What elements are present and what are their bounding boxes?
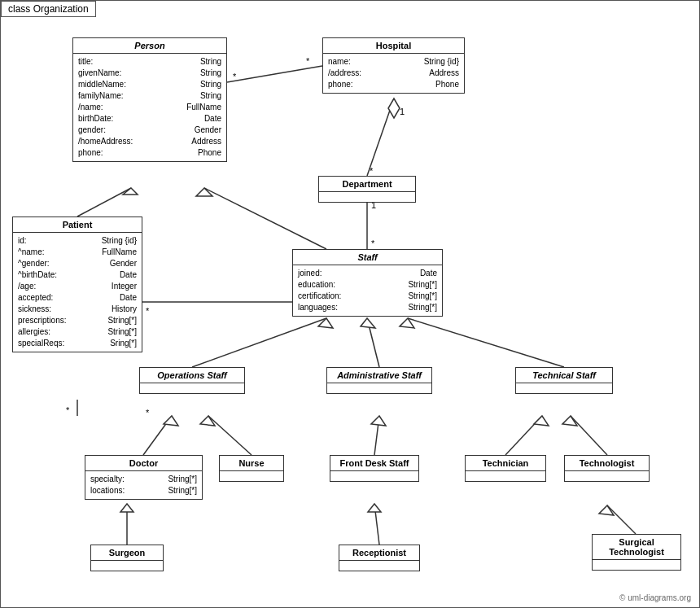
class-technical_staff: Technical Staff	[515, 367, 613, 394]
svg-line-17	[192, 318, 326, 367]
attr-type: Date	[120, 269, 137, 281]
class-patient: Patientid:String {id}^name:FullName^gend…	[12, 217, 142, 352]
class-technologist: Technologist	[564, 455, 650, 482]
attr-row: prescriptions:String[*]	[18, 315, 137, 326]
attr-type: Date	[420, 268, 437, 279]
attr-row: accepted:Date	[18, 292, 137, 304]
svg-text:*: *	[233, 72, 237, 81]
empty-attrs-surgeon	[91, 561, 163, 571]
svg-line-29	[505, 416, 542, 455]
attr-row: middleName:String	[78, 79, 221, 90]
diagram-title: class Organization	[1, 1, 96, 17]
class-receptionist: Receptionist	[339, 545, 420, 571]
attr-name: phone:	[78, 147, 103, 159]
class-attrs-patient: id:String {id}^name:FullName^gender:Gend…	[13, 233, 142, 352]
attr-type: Phone	[435, 79, 459, 90]
class-attrs-hospital: name:String {id}/address:Addressphone:Ph…	[323, 54, 464, 93]
empty-attrs-receptionist	[339, 561, 419, 571]
empty-attrs-technical_staff	[516, 383, 612, 393]
attr-row: id:String {id}	[18, 235, 137, 247]
svg-line-25	[208, 416, 252, 455]
attr-name: title:	[78, 56, 93, 68]
svg-marker-26	[200, 416, 215, 426]
attr-type: Date	[204, 113, 221, 125]
empty-attrs-operations_staff	[140, 383, 244, 393]
svg-marker-34	[120, 504, 133, 512]
svg-text:*: *	[370, 166, 374, 176]
class-person: Persontitle:StringgivenName:Stringmiddle…	[72, 37, 227, 162]
attr-row: certification:String[*]	[298, 291, 437, 302]
attr-row: specialty:String[*]	[90, 474, 197, 485]
svg-line-19	[367, 318, 379, 367]
attr-name: ^gender:	[18, 258, 50, 269]
class-attrs-staff: joined:Dateeducation:String[*]certificat…	[293, 265, 442, 316]
attr-type: FullName	[102, 247, 137, 258]
class-name-technologist: Technologist	[565, 456, 649, 471]
class-surgeon: Surgeon	[90, 545, 164, 571]
empty-attrs-front_desk_staff	[330, 471, 418, 481]
attr-name: ^name:	[18, 247, 45, 258]
attr-name: birthDate:	[78, 113, 113, 125]
svg-marker-30	[534, 416, 549, 426]
svg-line-23	[143, 416, 172, 455]
attr-type: Date	[120, 292, 137, 304]
attr-name: allergies:	[18, 326, 50, 338]
svg-marker-11	[123, 188, 138, 195]
class-operations_staff: Operations Staff	[139, 367, 245, 394]
attr-name: specialReqs:	[18, 338, 64, 349]
class-name-staff: Staff	[293, 250, 442, 265]
attr-name: certification:	[298, 291, 341, 302]
svg-line-0	[227, 66, 322, 82]
class-department: Department	[318, 176, 416, 203]
attr-name: phone:	[328, 79, 353, 90]
attr-name: languages:	[298, 302, 338, 313]
class-attrs-doctor: specialty:String[*]locations:String[*]	[85, 471, 202, 499]
attr-type: Gender	[110, 258, 137, 269]
class-name-patient: Patient	[13, 217, 142, 233]
svg-marker-4	[388, 98, 400, 118]
attr-type: FullName	[186, 102, 221, 113]
svg-text:*: *	[306, 56, 310, 66]
attr-row: ^name:FullName	[18, 247, 137, 258]
attr-type: Integer	[112, 281, 137, 292]
attr-name: /age:	[18, 281, 36, 292]
attr-type: Gender	[195, 125, 221, 136]
attr-type: String	[200, 56, 221, 68]
attr-row: joined:Date	[298, 268, 437, 279]
class-name-operations_staff: Operations Staff	[140, 368, 244, 383]
svg-line-21	[408, 318, 564, 367]
attr-type: String[*]	[107, 326, 137, 338]
attr-name: id:	[18, 235, 27, 247]
svg-text:*: *	[146, 408, 150, 418]
empty-attrs-nurse	[220, 471, 283, 481]
class-hospital: Hospitalname:String {id}/address:Address…	[322, 37, 465, 94]
svg-line-3	[367, 98, 394, 176]
class-name-doctor: Doctor	[85, 456, 202, 471]
svg-line-35	[374, 504, 379, 545]
attr-name: prescriptions:	[18, 315, 66, 326]
svg-line-31	[571, 416, 607, 455]
class-name-department: Department	[319, 177, 415, 192]
attr-name: /name:	[78, 102, 103, 113]
empty-attrs-department	[319, 192, 415, 202]
class-name-technical_staff: Technical Staff	[516, 368, 612, 383]
attr-row: /name:FullName	[78, 102, 221, 113]
svg-text:*: *	[146, 306, 150, 316]
empty-attrs-technologist	[565, 471, 649, 481]
svg-text:*: *	[371, 238, 375, 248]
attr-name: /homeAddress:	[78, 136, 133, 147]
attr-row: /address:Address	[328, 68, 459, 79]
attr-type: String[*]	[107, 315, 137, 326]
attr-type: String[*]	[408, 279, 437, 291]
svg-marker-20	[361, 318, 375, 328]
attr-name: specialty:	[90, 474, 125, 485]
class-name-hospital: Hospital	[323, 38, 464, 54]
attr-name: sickness:	[18, 304, 51, 315]
class-attrs-person: title:StringgivenName:StringmiddleName:S…	[73, 54, 226, 161]
class-name-person: Person	[73, 38, 226, 54]
attr-type: String[*]	[408, 291, 437, 302]
svg-marker-18	[318, 318, 333, 328]
svg-marker-32	[562, 416, 577, 426]
class-name-surgeon: Surgeon	[91, 545, 163, 561]
attr-type: String	[200, 68, 221, 79]
